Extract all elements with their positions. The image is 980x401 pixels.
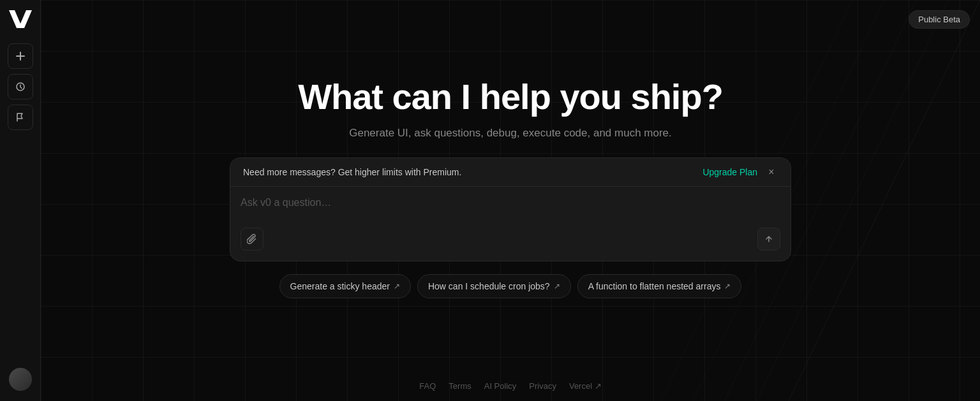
history-button[interactable]: [8, 74, 33, 99]
upgrade-plan-link[interactable]: Upgrade Plan: [702, 167, 757, 177]
suggestion-chip-2[interactable]: A function to flatten nested arrays ↗: [577, 274, 742, 298]
new-chat-button[interactable]: [8, 43, 33, 69]
suggestion-arrow-2: ↗: [724, 282, 731, 291]
chat-container: Need more messages? Get higher limits wi…: [230, 157, 791, 261]
footer-link-vercel[interactable]: Vercel ↗: [569, 381, 602, 391]
sidebar: [0, 0, 41, 401]
suggestion-arrow-0: ↗: [394, 282, 400, 291]
footer-link-ai-policy[interactable]: AI Policy: [484, 381, 517, 391]
chat-toolbar: [241, 225, 780, 253]
app-logo[interactable]: [9, 10, 32, 28]
page-content: What can I help you ship? Generate UI, a…: [223, 77, 798, 298]
upgrade-message: Need more messages? Get higher limits wi…: [243, 167, 461, 177]
suggestion-label-2: A function to flatten nested arrays: [588, 281, 721, 291]
footer-link-privacy[interactable]: Privacy: [529, 381, 556, 391]
avatar[interactable]: [9, 368, 32, 391]
attach-button[interactable]: [241, 228, 264, 251]
upgrade-banner: Need more messages? Get higher limits wi…: [230, 158, 791, 187]
suggestion-chip-1[interactable]: How can I schedule cron jobs? ↗: [417, 274, 571, 298]
chat-input-area: [230, 187, 791, 261]
suggestion-label-0: Generate a sticky header: [290, 281, 390, 291]
suggestions-container: Generate a sticky header ↗ How can I sch…: [279, 274, 742, 298]
page-subtitle: Generate UI, ask questions, debug, execu…: [349, 127, 672, 140]
footer: FAQ Terms AI Policy Privacy Vercel ↗: [419, 381, 601, 391]
suggestion-label-1: How can I schedule cron jobs?: [428, 281, 550, 291]
main-content: Public Beta What can I help you ship? Ge…: [41, 0, 980, 401]
beta-badge: Public Beta: [909, 10, 970, 29]
page-title: What can I help you ship?: [298, 77, 723, 117]
suggestion-chip-0[interactable]: Generate a sticky header ↗: [279, 274, 411, 298]
flag-button[interactable]: [8, 105, 33, 130]
upgrade-actions: Upgrade Plan ×: [702, 166, 778, 179]
svg-line-1: [789, 0, 980, 401]
chat-input[interactable]: [241, 197, 780, 222]
footer-link-terms[interactable]: Terms: [449, 381, 471, 391]
footer-link-faq[interactable]: FAQ: [419, 381, 436, 391]
close-banner-button[interactable]: ×: [765, 166, 778, 179]
send-button[interactable]: [757, 228, 780, 251]
suggestion-arrow-1: ↗: [554, 282, 560, 291]
